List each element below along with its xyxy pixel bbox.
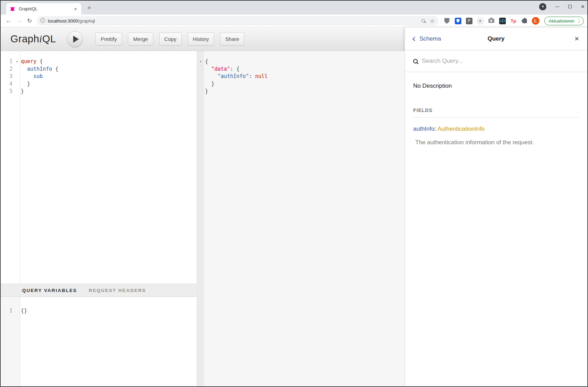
- extension-toolbar: P + Tp: [443, 17, 528, 25]
- execute-query-button[interactable]: [67, 31, 83, 47]
- play-icon: [73, 36, 79, 43]
- ublock-extension-icon[interactable]: [443, 17, 451, 25]
- new-tab-button[interactable]: +: [85, 3, 94, 12]
- site-info-icon[interactable]: ⓘ: [40, 18, 45, 24]
- extensions-puzzle-icon[interactable]: [521, 17, 528, 25]
- doc-title: Query: [405, 35, 587, 42]
- minimize-button[interactable]: [555, 7, 559, 7]
- browser-tab-graphiql[interactable]: GraphiQL ×: [6, 3, 81, 15]
- browser-window: GraphiQL × + ▼ × ← → ↻ ⓘ localhost:3000/…: [0, 0, 588, 387]
- p-extension-icon[interactable]: P: [466, 17, 473, 25]
- doc-content: No Description FIELDS authInfo: Authenti…: [405, 72, 587, 146]
- doc-close-icon[interactable]: ×: [574, 35, 579, 42]
- tab-close-icon[interactable]: ×: [73, 6, 78, 12]
- page-zoom-icon[interactable]: [421, 19, 425, 23]
- variables-code[interactable]: 1{}: [1, 297, 197, 315]
- query-code[interactable]: 1▾query {2 authInfo {3 sub4 }5}: [1, 51, 197, 95]
- forward-icon: →: [15, 16, 24, 25]
- field-name-link[interactable]: authInfo: [413, 126, 434, 132]
- tab-request-headers[interactable]: REQUEST HEADERS: [89, 288, 146, 293]
- graphiql-app: GraphiQL Prettify Merge Copy History Sha…: [1, 27, 587, 386]
- back-icon[interactable]: ←: [4, 16, 13, 25]
- result-fold-gutter: [197, 51, 204, 386]
- tp-extension-icon[interactable]: Tp: [510, 17, 517, 25]
- variables-tab-bar: QUERY VARIABLES REQUEST HEADERS: [1, 284, 197, 297]
- address-bar: ← → ↻ ⓘ localhost:3000/graphql ☆ P + Tp …: [1, 15, 587, 27]
- update-label: Aktualisieren: [549, 18, 574, 24]
- copy-button[interactable]: Copy: [159, 33, 182, 45]
- tab-strip: GraphiQL × + ▼ ×: [1, 1, 587, 15]
- doc-explorer: Schema Query × No Description FIELDS aut…: [404, 27, 587, 386]
- profile-avatar[interactable]: L: [532, 17, 539, 25]
- result-code: ▾{ "data": { "authInfo": null }}: [197, 51, 404, 95]
- query-editor[interactable]: 1▾query {2 authInfo {3 sub4 }5}: [1, 51, 197, 284]
- chrome-update-button[interactable]: Aktualisieren ⋮: [544, 17, 584, 25]
- section-divider: [413, 117, 579, 118]
- doc-search-input[interactable]: [422, 58, 579, 64]
- tab-query-variables[interactable]: QUERY VARIABLES: [22, 288, 77, 293]
- graphiql-logo: GraphiQL: [10, 33, 56, 45]
- doc-search-row: [405, 50, 587, 72]
- search-icon: [413, 59, 418, 63]
- maximize-button[interactable]: [568, 5, 572, 8]
- field-description: The authentication information of the re…: [413, 139, 579, 146]
- graphql-favicon-icon: [10, 6, 16, 12]
- fields-heading: FIELDS: [413, 108, 579, 113]
- variables-editor[interactable]: 1{}: [1, 297, 197, 386]
- reload-icon[interactable]: ↻: [25, 16, 34, 25]
- tab-search-button[interactable]: ▼: [539, 3, 546, 10]
- result-viewer[interactable]: ▾{ "data": { "authInfo": null }}: [197, 51, 404, 386]
- window-controls: ▼ ×: [539, 1, 585, 12]
- merge-button[interactable]: Merge: [128, 33, 153, 45]
- tab-title: GraphiQL: [19, 7, 73, 11]
- type-name-link[interactable]: AuthenticationInfo: [437, 126, 485, 132]
- prettify-button[interactable]: Prettify: [95, 33, 122, 45]
- url-omnibox[interactable]: ⓘ localhost:3000/graphql ☆: [37, 16, 438, 26]
- bitwarden-extension-icon[interactable]: [454, 17, 462, 25]
- bookmark-star-icon[interactable]: ☆: [430, 18, 435, 24]
- move-circle-extension-icon[interactable]: +: [477, 17, 484, 25]
- react-devtools-extension-icon[interactable]: [499, 17, 506, 25]
- history-button[interactable]: History: [188, 33, 214, 45]
- field-item-authinfo: authInfo: AuthenticationInfo: [413, 126, 579, 132]
- share-button[interactable]: Share: [220, 33, 244, 45]
- graphiql-toolbar: GraphiQL Prettify Merge Copy History Sha…: [1, 27, 404, 51]
- type-description: No Description: [413, 83, 579, 89]
- doc-explorer-header: Schema Query ×: [405, 27, 587, 50]
- menu-kebab-icon[interactable]: ⋮: [577, 19, 581, 23]
- url-text[interactable]: localhost:3000/graphql: [48, 18, 95, 24]
- window-close-button[interactable]: ×: [581, 5, 585, 8]
- screenshot-extension-icon[interactable]: [488, 17, 495, 25]
